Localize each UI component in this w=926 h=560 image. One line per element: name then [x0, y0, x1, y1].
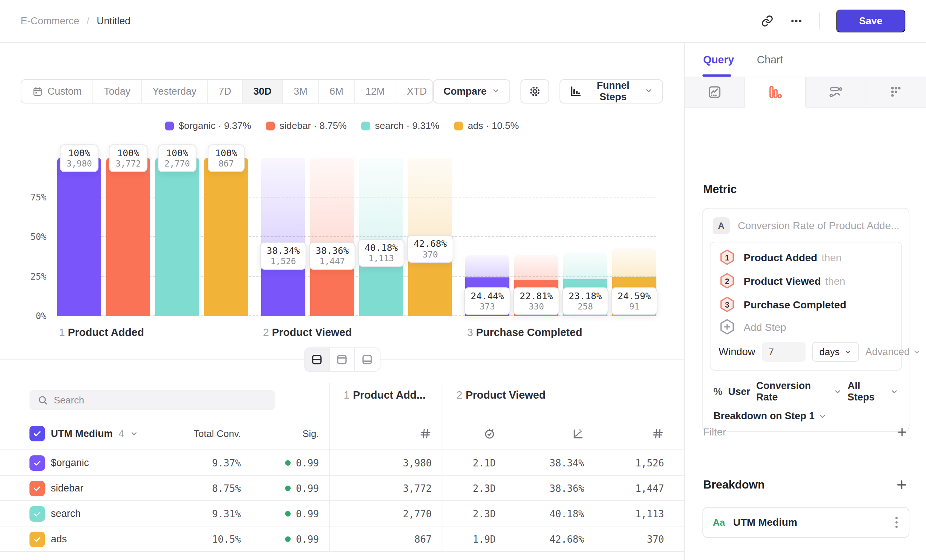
date-range-custom[interactable]: Custom — [21, 80, 93, 103]
bar-count: 370 — [414, 250, 447, 260]
funnel-bar[interactable]: 38.36% 1,447 — [310, 158, 354, 316]
tab-query[interactable]: Query — [703, 54, 734, 66]
measure-metric-select[interactable]: Conversion Rate — [756, 380, 842, 403]
add-step-label: Add Step — [744, 322, 786, 333]
group-header-cell: UTM Medium 4 — [29, 417, 173, 450]
funnel-bar[interactable]: 100% 3,772 — [106, 158, 150, 316]
avg-time-header[interactable] — [442, 417, 506, 450]
date-range-30d[interactable]: 30D — [243, 80, 283, 103]
row-checkbox[interactable] — [29, 456, 45, 471]
view-table-only-button[interactable] — [355, 348, 380, 371]
legend-item[interactable]: sidebar · 8.75% — [266, 120, 346, 132]
date-range-7d[interactable]: 7D — [208, 80, 243, 103]
legend-item[interactable]: $organic · 9.37% — [165, 120, 251, 132]
save-button[interactable]: Save — [836, 9, 905, 32]
bar-ghost — [310, 158, 354, 255]
insights-report-tab[interactable] — [685, 77, 745, 107]
query-step-row[interactable]: 1 Product Added then — [711, 246, 901, 270]
date-range-6m[interactable]: 6M — [319, 80, 355, 103]
funnel-step-label[interactable]: 2Product Viewed — [263, 327, 454, 339]
funnel-bar[interactable]: 42.68% 370 — [408, 158, 452, 316]
bar-value-tooltip: 38.36% 1,447 — [309, 242, 356, 270]
legend-label: ads · 10.5% — [468, 120, 519, 132]
step1-count-header[interactable] — [329, 417, 442, 450]
bar-ghost — [359, 158, 403, 252]
funnel-bar[interactable]: 100% 867 — [204, 158, 248, 316]
tab-chart[interactable]: Chart — [757, 54, 783, 66]
funnel-step-label[interactable]: 3Purchase Completed — [467, 327, 658, 339]
more-options-icon[interactable] — [790, 14, 803, 28]
bar-count: 330 — [520, 302, 553, 312]
share-link-icon[interactable] — [761, 15, 773, 27]
window-unit-select[interactable]: days — [812, 342, 859, 362]
add-filter-button[interactable] — [896, 426, 908, 439]
chart-legend: $organic · 9.37% sidebar · 8.75% search … — [0, 120, 684, 132]
date-range-yesterday[interactable]: Yesterday — [142, 80, 208, 103]
funnel-bar[interactable]: 38.34% 1,526 — [261, 158, 306, 316]
date-range-12m[interactable]: 12M — [355, 80, 396, 103]
funnel-bar[interactable]: 100% 2,770 — [155, 158, 199, 316]
advanced-toggle[interactable]: Advanced — [865, 346, 921, 358]
kebab-menu-icon[interactable] — [894, 515, 899, 530]
bar-conversion-pct: 100% — [164, 147, 190, 159]
legend-item[interactable]: search · 9.31% — [361, 120, 439, 132]
funnel-bar[interactable]: 22.81% 330 — [514, 158, 558, 316]
query-step-row[interactable]: 2 Product Viewed then — [711, 270, 901, 293]
row-name: search — [51, 508, 81, 519]
row-checkbox[interactable] — [29, 506, 45, 522]
funnel-bar[interactable]: 40.18% 1,113 — [359, 158, 403, 316]
total-conv-header[interactable]: Total Conv. — [173, 417, 241, 450]
funnels-report-tab[interactable] — [745, 77, 806, 107]
date-range-xtd[interactable]: XTD — [396, 80, 433, 103]
search-input[interactable] — [54, 395, 267, 406]
row-total-conv: 10.5% — [173, 527, 241, 552]
funnel-bar[interactable]: 24.59% 91 — [612, 158, 657, 316]
add-breakdown-button[interactable] — [895, 478, 908, 492]
add-step-button[interactable]: Add Step — [711, 317, 901, 338]
group-name[interactable]: UTM Medium — [51, 428, 113, 439]
table-body: $organic 9.37% 0.99 3,980 2.1D 38.34% 1,… — [0, 450, 684, 552]
legend-swatch — [454, 121, 463, 130]
measurement-row: % User Conversion Rate All Steps — [703, 371, 909, 403]
funnel-steps-card: 1 Product Added then 2 Product Viewed th… — [710, 242, 902, 371]
window-value-input[interactable] — [762, 342, 806, 362]
row-total-conv: 9.31% — [173, 501, 241, 527]
table-row[interactable]: $organic 9.37% 0.99 3,980 2.1D 38.34% 1,… — [0, 450, 684, 476]
funnel-step-label[interactable]: 1Product Added — [59, 327, 250, 339]
view-split-button[interactable] — [305, 348, 330, 371]
metric-title-row[interactable]: A Conversion Rate of Product Adde... — [703, 209, 909, 242]
chevron-down-icon[interactable] — [130, 430, 138, 438]
funnel-bar[interactable]: 100% 3,980 — [57, 158, 101, 316]
row-checkbox[interactable] — [29, 532, 45, 547]
table-row[interactable]: ads 10.5% 0.99 867 1.9D 42.68% 370 — [0, 527, 684, 552]
measure-entity[interactable]: User — [728, 386, 750, 398]
table-row[interactable]: search 9.31% 0.99 2,770 2.3D 40.18% 1,11… — [0, 501, 684, 527]
table-row[interactable]: sidebar 8.75% 0.99 3,772 2.3D 38.36% 1,4… — [0, 476, 684, 501]
view-chart-only-button[interactable] — [330, 348, 355, 371]
header-actions: Save — [761, 9, 905, 32]
measure-scope-select[interactable]: All Steps — [847, 380, 898, 403]
date-range-3m[interactable]: 3M — [283, 80, 319, 103]
funnel-bar[interactable]: 23.18% 258 — [563, 158, 607, 316]
select-all-checkbox[interactable] — [29, 426, 45, 441]
bar-value-tooltip: 100% 3,772 — [109, 144, 147, 172]
query-step-row[interactable]: 3 Purchase Completed — [711, 293, 901, 317]
bar-value-tooltip: 40.18% 1,113 — [358, 239, 404, 267]
conv-rate-header[interactable]: % — [506, 417, 594, 450]
chart-settings-button[interactable] — [520, 79, 549, 103]
row-step1-count: 867 — [329, 527, 442, 552]
flows-report-tab[interactable] — [806, 77, 866, 107]
breadcrumb-parent[interactable]: E-Commerce — [21, 15, 79, 27]
sig-header[interactable]: Sig. — [241, 417, 329, 450]
chart-type-button[interactable]: Funnel Steps — [560, 79, 663, 103]
date-range-today[interactable]: Today — [93, 80, 142, 103]
legend-item[interactable]: ads · 10.5% — [454, 120, 519, 132]
funnel-bar[interactable]: 24.44% 373 — [465, 158, 509, 316]
breadcrumb-current[interactable]: Untitled — [97, 15, 131, 27]
step2-count-header[interactable] — [594, 417, 674, 450]
compare-button[interactable]: Compare — [433, 79, 510, 103]
row-checkbox[interactable] — [29, 481, 45, 496]
retention-report-tab[interactable] — [866, 77, 926, 107]
breakdown-property-card[interactable]: Aa UTM Medium — [702, 507, 909, 538]
query-step-name: Product Viewed then — [744, 275, 845, 288]
